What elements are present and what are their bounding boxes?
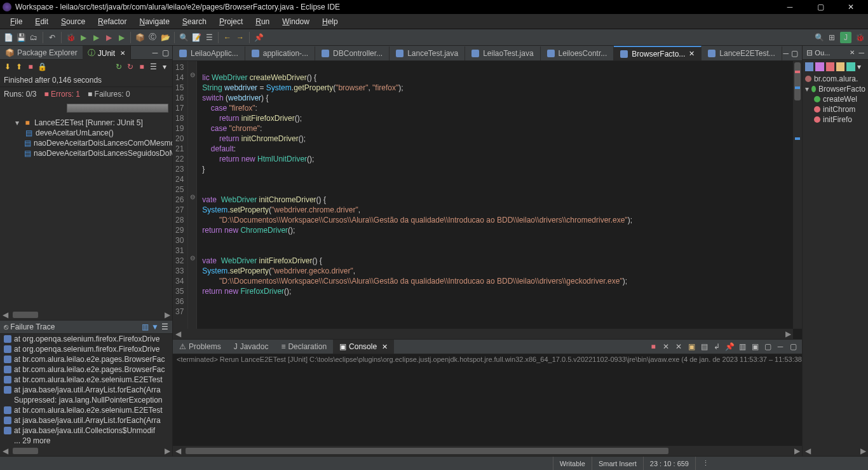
code-editor[interactable]: 1314151617181920212223242526272829303132… — [173, 61, 802, 339]
sort-icon[interactable] — [805, 62, 813, 71]
editor-tab[interactable]: LeilaoApplic... — [173, 46, 245, 60]
ext-tools-icon[interactable]: ▶ — [116, 32, 127, 43]
compare-icon[interactable]: ▥ — [142, 322, 149, 331]
console-hscroll[interactable]: ◀▶ — [173, 446, 802, 456]
debug-icon[interactable]: 🐞 — [65, 32, 76, 43]
clear-icon[interactable]: ▣ — [686, 342, 696, 352]
junit-test-item[interactable]: ▤deveAceitarUmLance() — [1, 128, 171, 138]
bottom-tab-console[interactable]: ▣Console✕ — [333, 340, 394, 354]
run-icon[interactable]: ▶ — [78, 32, 89, 43]
close-button[interactable]: ✕ — [836, 0, 865, 14]
outline-class[interactable]: ▾ BrowserFacto — [803, 84, 868, 94]
open-console-icon[interactable]: ▣ — [750, 342, 760, 352]
junit-test-root[interactable]: ▾ ■ LanceE2ETest [Runner: JUnit 5] — [1, 118, 171, 128]
minimize-button[interactable]: ─ — [775, 0, 804, 14]
hide-static-icon[interactable] — [826, 62, 834, 71]
new-icon[interactable]: 📄 — [3, 32, 14, 43]
outline-method[interactable]: initFirefo — [803, 114, 868, 125]
annotation-icon[interactable]: 📝 — [191, 32, 202, 43]
new-class-icon[interactable]: Ⓒ — [147, 32, 158, 43]
tab-junit[interactable]: ⓙ JUnit ✕ — [83, 46, 131, 60]
editor-hscroll[interactable]: ◀▶ — [173, 329, 793, 339]
minimize-view-icon[interactable]: ─ — [783, 49, 789, 58]
trace-line[interactable]: ... 29 more — [0, 436, 172, 446]
failures-only-icon[interactable]: ■ — [25, 62, 36, 72]
trace-line[interactable]: at java.base/java.util.ArrayList.forEach… — [0, 385, 172, 395]
nav-back-icon[interactable]: ← — [222, 32, 233, 43]
outline-method[interactable]: createWel — [803, 94, 868, 104]
failure-trace[interactable]: at org.openqa.selenium.firefox.FirefoxDr… — [0, 334, 172, 446]
trace-line[interactable]: at br.com.alura.leilao.e2e.selenium.E2ET… — [0, 375, 172, 385]
nav-fwd-icon[interactable]: → — [234, 32, 246, 43]
java-perspective-icon[interactable]: J — [840, 32, 851, 43]
trace-line[interactable]: at org.openqa.selenium.firefox.FirefoxDr… — [0, 334, 172, 344]
open-perspective-icon[interactable]: ⊞ — [826, 32, 837, 43]
stop-icon[interactable]: ■ — [137, 62, 147, 72]
trace-line[interactable]: at br.com.alura.leilao.e2e.selenium.E2ET… — [0, 405, 172, 415]
save-icon[interactable]: 💾 — [15, 32, 27, 43]
minimize-view-icon[interactable]: ─ — [151, 48, 159, 57]
outline-package[interactable]: br.com.alura. — [803, 74, 868, 84]
status-menu-icon[interactable]: ⋮ — [695, 457, 715, 470]
menu-edit[interactable]: Edit — [29, 15, 55, 28]
close-icon[interactable]: ✕ — [382, 343, 388, 351]
code-area[interactable]: lic WebDriver createWebDriver() {String … — [197, 61, 632, 339]
menu-icon[interactable]: ▾ — [857, 62, 865, 71]
maximize-view-icon[interactable]: ▢ — [791, 49, 798, 58]
editor-tab[interactable]: LanceE2ETest... — [702, 46, 782, 60]
trace-line[interactable]: at java.base/java.util.ArrayList.forEach… — [0, 415, 172, 425]
outline-hscroll[interactable]: ◀▶ — [803, 446, 868, 456]
next-failure-icon[interactable]: ⬇ — [3, 62, 13, 72]
trace-line[interactable]: Suppressed: java.lang.NullPointerExcepti… — [0, 395, 172, 405]
coverage-icon[interactable]: ▶ — [90, 32, 102, 43]
editor-tab[interactable]: DBController... — [315, 46, 390, 60]
hide-fields-icon[interactable] — [815, 62, 824, 71]
close-icon[interactable]: ✕ — [120, 50, 125, 57]
trace-hscroll[interactable]: ◀▶ — [0, 446, 172, 456]
rerun-failed-icon[interactable]: ↻ — [125, 62, 135, 72]
maximize-view-icon[interactable]: ▢ — [161, 48, 170, 57]
editor-tab[interactable]: application-... — [245, 46, 315, 60]
max-icon[interactable]: ▢ — [788, 342, 798, 352]
prev-failure-icon[interactable]: ⬆ — [14, 62, 24, 72]
pin-icon[interactable]: 📌 — [253, 32, 264, 43]
chevron-down-icon[interactable]: ▾ — [14, 118, 20, 127]
search-icon[interactable]: 🔍 — [178, 32, 189, 43]
minimize-view-icon[interactable]: ─ — [858, 48, 864, 57]
outline-method[interactable]: initChrom — [803, 104, 868, 114]
editor-tab[interactable]: BrowserFacto...✕ — [614, 46, 702, 61]
editor-vscroll[interactable] — [793, 61, 802, 329]
scroll-lock-icon[interactable]: ▤ — [699, 342, 709, 352]
new-package-icon[interactable]: 📦 — [134, 32, 146, 43]
editor-tab[interactable]: LeilaoTest.java — [465, 46, 540, 60]
maximize-button[interactable]: ▢ — [806, 0, 835, 14]
new-console-icon[interactable]: ▢ — [763, 342, 773, 352]
bottom-tab-problems[interactable]: ⚠Problems — [173, 340, 227, 354]
editor-tab[interactable]: LanceTest.java — [390, 46, 465, 60]
junit-test-item[interactable]: ▤naoDeveAceitarDoisLancesComOMesmo — [1, 138, 171, 148]
remove-icon[interactable]: ✕ — [661, 342, 671, 352]
word-wrap-icon[interactable]: ↲ — [712, 342, 722, 352]
trace-line[interactable]: at org.openqa.selenium.firefox.FirefoxDr… — [0, 344, 172, 354]
junit-hscroll[interactable]: ◀▶ — [0, 310, 172, 320]
hide-local-icon[interactable] — [846, 62, 855, 71]
bottom-tab-declaration[interactable]: ≡Declaration — [275, 340, 333, 354]
junit-test-item[interactable]: ▤naoDeveAceitarDoisLancesSeguidosDoM — [1, 148, 171, 158]
menu-icon[interactable]: ▾ — [159, 62, 170, 72]
save-all-icon[interactable]: 🗂 — [28, 32, 39, 43]
menu-project[interactable]: Project — [213, 15, 249, 28]
menu-navigate[interactable]: Navigate — [133, 15, 175, 28]
close-icon[interactable]: ✕ — [689, 50, 695, 58]
open-type-icon[interactable]: 📂 — [159, 32, 171, 43]
tab-package-explorer[interactable]: 📦 Package Explorer — [0, 46, 83, 59]
menu-refactor[interactable]: Refactor — [92, 15, 133, 28]
folding-gutter[interactable]: ⊖⊖⊖ — [188, 61, 197, 339]
task-icon[interactable]: ☰ — [203, 32, 215, 43]
chevron-down-icon[interactable]: ▾ — [805, 85, 809, 93]
scroll-lock-icon[interactable]: 🔒 — [37, 62, 47, 72]
console-body[interactable] — [173, 364, 802, 446]
menu-window[interactable]: Window — [276, 15, 316, 28]
outline-tree[interactable]: br.com.alura. ▾ BrowserFacto createWel i… — [803, 74, 868, 446]
quick-access-icon[interactable]: 🔍 — [813, 32, 825, 43]
rerun-icon[interactable]: ↻ — [114, 62, 124, 72]
